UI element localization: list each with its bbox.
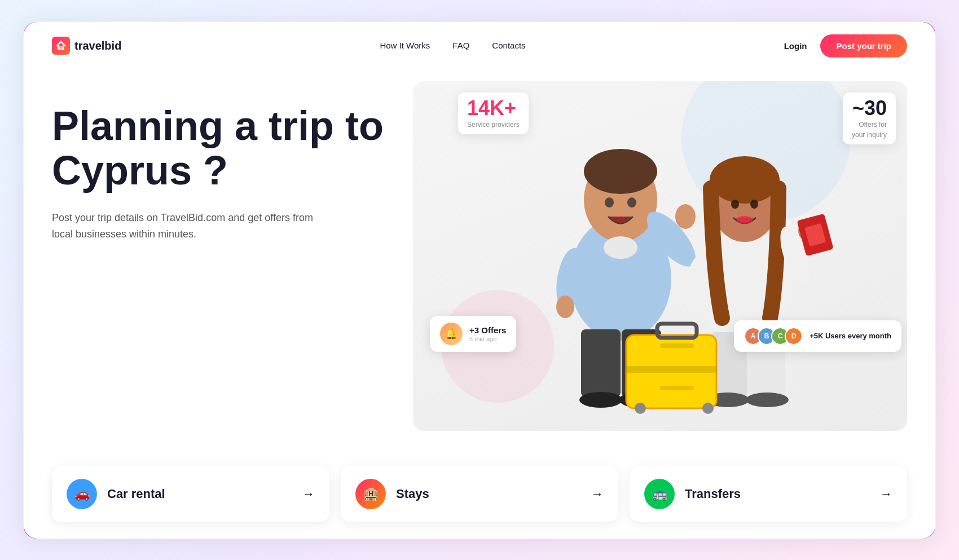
svg-point-27 <box>750 200 758 209</box>
main-content: Planning a trip to Cyprus ? Post your tr… <box>24 70 935 536</box>
notif-time: 5 min ago <box>469 336 506 342</box>
stat-providers-label: Service providers <box>467 121 520 129</box>
avatar-4: D <box>785 327 803 345</box>
logo[interactable]: travelbid <box>52 37 121 55</box>
svg-point-25 <box>746 393 789 407</box>
svg-rect-34 <box>660 386 694 390</box>
nav-faq[interactable]: FAQ <box>452 41 469 50</box>
navbar: travelbid How It Works FAQ Contacts Logi… <box>24 22 935 70</box>
svg-point-16 <box>710 156 780 204</box>
nav-actions: Login Post your trip <box>784 34 907 58</box>
stat-providers: 14K+ Service providers <box>458 92 529 134</box>
users-text: +5K Users every month <box>810 332 891 340</box>
notification-text: +3 Offers 5 min ago <box>469 325 506 342</box>
svg-rect-33 <box>660 343 694 348</box>
svg-rect-7 <box>581 329 621 397</box>
notification-icon: 🔔 <box>440 323 463 345</box>
stat-providers-number: 14K+ <box>467 98 520 118</box>
login-button[interactable]: Login <box>784 41 807 51</box>
svg-point-12 <box>627 197 636 208</box>
stat-offers-label1: Offers for <box>852 121 887 129</box>
stat-offers-number: ~30 <box>852 98 887 118</box>
nav-links: How It Works FAQ Contacts <box>380 41 525 51</box>
svg-point-4 <box>675 204 696 229</box>
notification-badge: 🔔 +3 Offers 5 min ago <box>430 316 516 352</box>
user-avatars: A B C D <box>744 327 803 345</box>
svg-point-9 <box>579 392 622 408</box>
svg-point-2 <box>584 149 657 194</box>
svg-point-6 <box>556 296 574 318</box>
users-badge: A B C D +5K Users every month <box>734 320 901 352</box>
notif-offers: +3 Offers <box>469 325 506 335</box>
left-column: Planning a trip to Cyprus ? Post your tr… <box>52 81 413 276</box>
logo-icon <box>52 37 70 55</box>
hero-subtitle: Post your trip details on TravelBid.com … <box>52 210 334 242</box>
stat-offers: ~30 Offers for your inquiry <box>843 92 896 144</box>
svg-point-36 <box>702 403 714 414</box>
svg-point-35 <box>635 403 646 414</box>
nav-how-it-works[interactable]: How It Works <box>380 41 430 50</box>
logo-text: travelbid <box>74 39 121 52</box>
main-card: travelbid How It Works FAQ Contacts Logi… <box>23 21 936 540</box>
svg-point-26 <box>731 200 739 209</box>
svg-point-13 <box>604 236 637 259</box>
svg-rect-32 <box>626 366 716 373</box>
hero-svg <box>413 81 907 465</box>
hero-title: Planning a trip to Cyprus ? <box>52 104 413 193</box>
nav-contacts[interactable]: Contacts <box>492 41 525 50</box>
stat-offers-label2: your inquiry <box>852 131 887 139</box>
svg-point-28 <box>737 216 753 224</box>
svg-point-11 <box>605 197 614 208</box>
right-column: 14K+ Service providers ~30 Offers for yo… <box>413 81 907 476</box>
post-trip-button[interactable]: Post your trip <box>820 34 907 58</box>
